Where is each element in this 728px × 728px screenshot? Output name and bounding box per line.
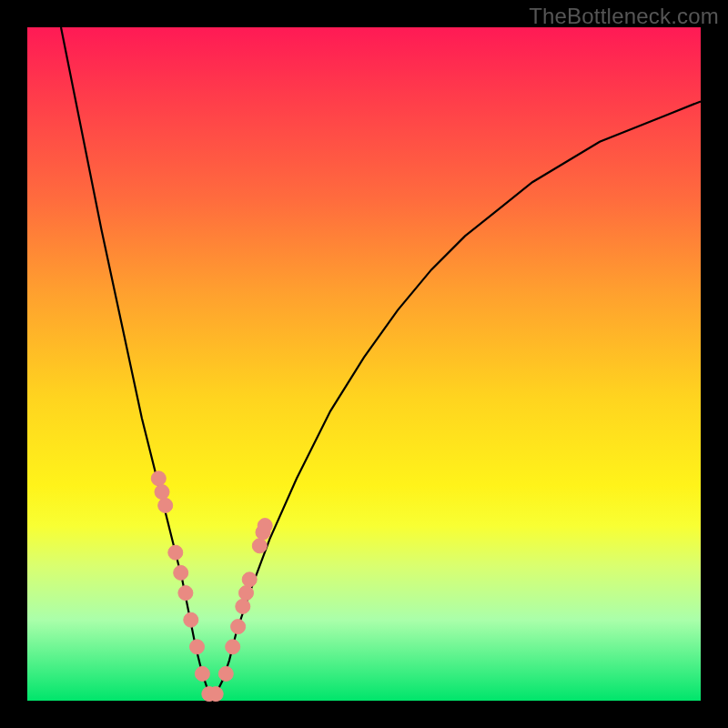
- highlight-point: [184, 612, 198, 627]
- highlight-point: [208, 687, 223, 702]
- highlight-point: [226, 640, 240, 654]
- highlight-point: [174, 565, 188, 580]
- highlight-point: [195, 666, 209, 681]
- highlight-point: [236, 599, 250, 613]
- curve-svg: [27, 27, 701, 701]
- highlight-point: [258, 519, 272, 533]
- plot-area: [27, 27, 701, 701]
- highlight-point: [252, 539, 267, 553]
- highlight-point: [168, 545, 183, 560]
- highlight-point: [239, 586, 254, 601]
- highlighted-points-group: [151, 471, 272, 702]
- highlight-point: [151, 471, 166, 486]
- bottleneck-curve: [61, 27, 701, 694]
- highlight-point: [155, 485, 169, 500]
- chart-frame: TheBottleneck.com: [0, 0, 728, 728]
- highlight-point: [158, 498, 173, 512]
- highlight-point: [178, 586, 193, 601]
- watermark-text: TheBottleneck.com: [529, 4, 719, 29]
- highlight-point: [190, 640, 205, 654]
- highlight-point: [218, 666, 233, 681]
- highlight-point: [231, 620, 246, 634]
- highlight-point: [242, 572, 257, 587]
